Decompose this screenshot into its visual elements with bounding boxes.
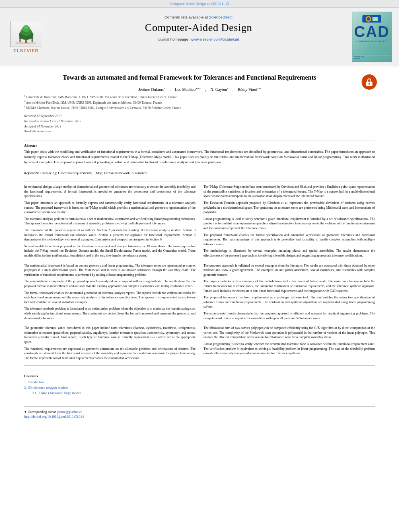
author-separator-2: , [205, 87, 206, 92]
toc-item-1[interactable]: 1. Introduction [24, 380, 375, 385]
author-2-sup: a,b,c [195, 87, 201, 90]
body-extra-6: The paper concludes with a summary of th… [204, 279, 375, 293]
doi-link[interactable]: http://dx.doi.org/10.1016/j.cad.2013.03.… [24, 415, 84, 419]
elsevier-label: ELSEVIER [14, 48, 39, 53]
svg-rect-7 [20, 39, 21, 42]
journal-reference: Computer-Aided Design xx (2013) 1–13 [170, 2, 229, 6]
toc-item-1-text: Introduction [28, 380, 45, 384]
available-date: Available online xxxx [24, 129, 375, 134]
body-extra-10: The functional requirements are expresse… [24, 347, 195, 361]
cad-subtitle: COMPUTER-AIDED DESIGN [356, 40, 387, 43]
elsevier-tree-svg [12, 23, 40, 45]
separator-1 [24, 140, 375, 140]
contents-text: Contents lists available at [165, 15, 209, 19]
tree-logo-img [10, 21, 42, 47]
toc-section: Contents 1. Introduction 2. 3D tolerance… [24, 374, 375, 396]
svg-point-11 [368, 83, 370, 85]
page-wrapper: Computer-Aided Design xx (2013) 1–13 [0, 0, 399, 532]
header-center: Contents lists available at ScienceDirec… [46, 12, 351, 62]
body-extra-3: The formal framework enables the automat… [24, 291, 195, 305]
author-1-sup: a [164, 87, 165, 90]
aff-2-text: Arts et Métiers ParisTech, I2M, UMR CNRS… [26, 101, 162, 104]
svg-point-8 [31, 37, 33, 39]
top-bar: Computer-Aided Design xx (2013) 1–13 [0, 0, 399, 8]
body-para-10: The methodology is illustrated by severa… [204, 249, 375, 258]
author-4: Rémy Vinota,b [238, 87, 261, 92]
body-col2-right: The proposed approach is validated on se… [204, 263, 375, 323]
body-extra-12: Linear programming is used to verify whe… [204, 342, 375, 356]
body-col3-right: The Minkowski sum of two convex polytope… [204, 326, 375, 362]
body-col2-left: The mathematical framework is based on c… [24, 263, 195, 323]
toc-item-2-1[interactable]: 2.1. T-Map (Tolerance-Map) model [24, 390, 375, 396]
main-content: Towards an automated and formal Framewor… [0, 66, 399, 427]
body-columns-2: The mathematical framework is based on c… [24, 263, 375, 323]
lock-icon [365, 78, 374, 86]
author-4-sup: a,b [257, 87, 261, 90]
body-columns-3: The geometric tolerance zones considered… [24, 326, 375, 362]
header-section: ELSEVIER Contents lists available at Sci… [0, 8, 399, 66]
footer-section: ✦ Corresponding author. jronse@purdue.ca… [24, 406, 375, 419]
separator-2 [24, 181, 375, 181]
toc-item-2-1-number: 2.1. [32, 391, 37, 395]
svg-rect-9 [32, 39, 33, 42]
body-para-4: The remainder of the paper is organized … [24, 228, 195, 242]
elsevier-logo: ELSEVIER [6, 12, 46, 62]
body-extra-4: The tolerance synthesis problem is formu… [24, 306, 195, 320]
separator-toc [24, 366, 375, 366]
toc-item-1-number: 1. [24, 380, 27, 384]
cad-cover-image: CAD COMPUTER-AIDED DESIGN ScienceDirectE… [352, 12, 392, 62]
cad-logo-text: CAD [354, 24, 389, 39]
body-col-left: In mechanical design, a large number of … [24, 185, 195, 260]
keywords-label: Keywords: [24, 171, 40, 175]
footer-corresponding: ✦ Corresponding author. jronse@purdue.ca [24, 410, 375, 414]
body-para-8: Linear programming is used to verify whe… [204, 217, 375, 231]
body-col-right: The T-Map (Tolerance-Map) model has been… [204, 185, 375, 260]
homepage-text: journal homepage: [158, 37, 190, 41]
aff-1-text: Université de Bordeaux, IMS-Bordeaux, UM… [26, 95, 177, 99]
article-dates: Received 12 September 2013 Received in r… [24, 114, 375, 134]
keywords-section: Keywords: Tolerancing; Functional requir… [24, 170, 375, 176]
author-3: N. Gaytonc [210, 87, 228, 92]
cad-cover: CAD COMPUTER-AIDED DESIGN ScienceDirectE… [351, 12, 393, 62]
toc-item-2-number: 2. [24, 386, 27, 390]
svg-point-6 [19, 37, 21, 39]
aff-3-text: SIGMA Clermont, Institut Pascal, UMR CNR… [26, 106, 181, 110]
affiliations: a Université de Bordeaux, IMS-Bordeaux, … [24, 94, 375, 111]
article-title: Towards an automated and formal Framewor… [24, 74, 375, 82]
authors-line: Jérôme Dufaurea , Luc Mathieua,b,c , N. … [24, 87, 375, 92]
keywords-values: Tolerancing; Functional requirements; T-… [40, 171, 146, 175]
body-para-3: The tolerance analysis problem is formul… [24, 217, 195, 226]
lock-icon-circle [362, 74, 377, 90]
footer-doi: http://dx.doi.org/10.1016/j.cad.2013.03.… [24, 415, 375, 419]
author-separator-1: , [170, 87, 171, 92]
body-columns: In mechanical design, a large number of … [24, 185, 375, 260]
footer-email[interactable]: jronse@purdue.ca [58, 410, 82, 414]
body-extra-9: The geometric tolerance zones considered… [24, 326, 195, 344]
received-revised-date: Received in revised form 22 November 201… [24, 119, 375, 124]
sciencedirect-link[interactable]: ScienceDirect [209, 15, 232, 19]
affiliation-2: b Arts et Métiers ParisTech, I2M, UMR CN… [24, 100, 375, 105]
body-extra-2: The computational complexity of the prop… [24, 279, 195, 288]
keywords-text: Keywords: Tolerancing; Functional requir… [24, 170, 375, 176]
accepted-date: Accepted 24 November 2013 [24, 124, 375, 129]
affiliation-1: a Université de Bordeaux, IMS-Bordeaux, … [24, 94, 375, 100]
author-2: Luc Mathieua,b,c [175, 87, 201, 92]
aff-2-sup: b [24, 100, 25, 103]
body-extra-1: The mathematical framework is based on c… [24, 263, 195, 277]
received-date: Received 12 September 2013 [24, 114, 375, 119]
body-para-9: The proposed framework enables the forma… [204, 233, 375, 247]
homepage-url[interactable]: www.elsevier.com/locate/cad [190, 37, 239, 41]
toc-title: Contents [24, 374, 375, 378]
corresponding-star: ✦ [24, 410, 28, 414]
article-info-box: Received 12 September 2013 Received in r… [24, 114, 375, 134]
body-extra-5: The proposed approach is validated on se… [204, 263, 375, 277]
abstract-section: Abstract This paper deals with the model… [24, 144, 375, 164]
toc-item-2-1-text: T-Map (Tolerance-Map) model [38, 391, 81, 395]
body-para-2: This paper introduces an approach to for… [24, 201, 195, 215]
contents-available-line: Contents lists available at ScienceDirec… [54, 15, 343, 19]
body-para-1: In mechanical design, a large number of … [24, 185, 195, 199]
abstract-header: Abstract [24, 144, 375, 148]
aff-3-sup: c [24, 105, 25, 108]
corresponding-text: Corresponding author. [28, 410, 57, 414]
toc-item-2[interactable]: 2. 3D tolerance analysis models [24, 385, 375, 391]
